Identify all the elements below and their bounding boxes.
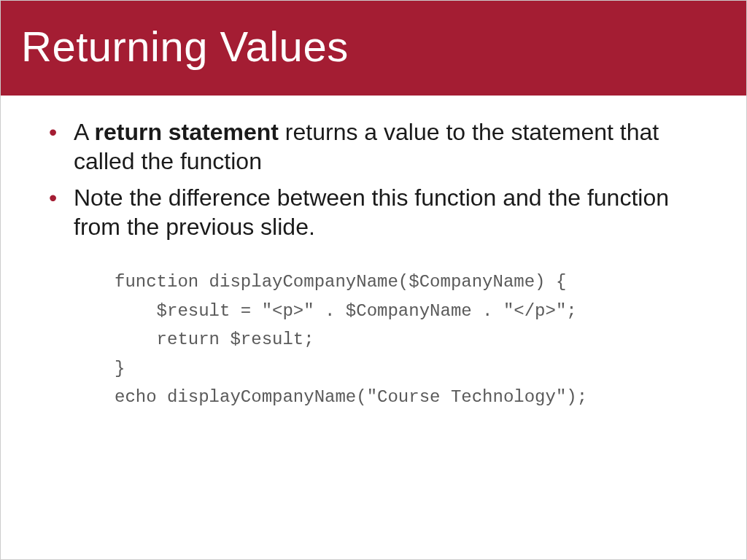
bullet-text-bold: return statement [94,119,279,145]
bullet-text-pre: Note the difference between this functio… [74,184,669,240]
bullet-list: A return statement returns a value to th… [42,117,705,241]
slide: Returning Values A return statement retu… [0,0,747,560]
bullet-item: A return statement returns a value to th… [42,117,705,176]
slide-body: A return statement returns a value to th… [1,96,746,412]
slide-title: Returning Values [21,22,349,71]
code-block: function displayCompanyName($CompanyName… [115,268,705,412]
bullet-item: Note the difference between this functio… [42,183,705,241]
title-bar: Returning Values [1,1,746,96]
bullet-text-pre: A [74,119,94,145]
